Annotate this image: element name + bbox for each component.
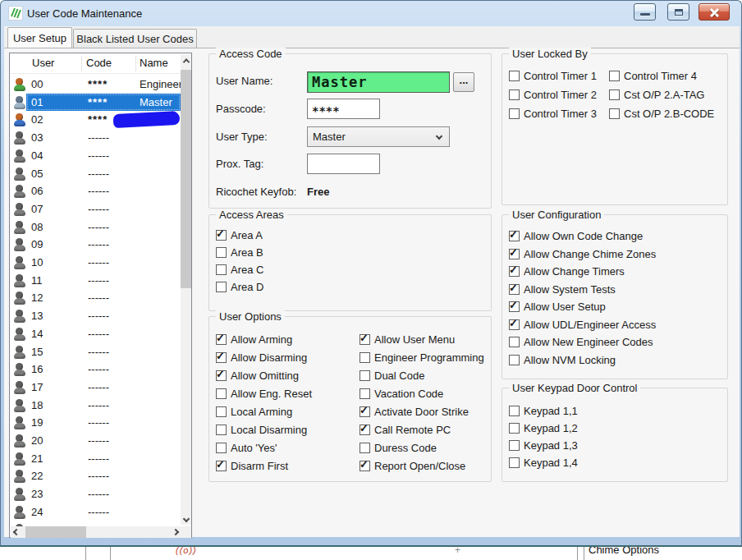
prox-tag-input[interactable] [307, 154, 380, 174]
user-row-02[interactable]: 02**** [10, 111, 181, 129]
checkbox-option[interactable]: Cst O/P 2.A-TAG [609, 85, 714, 104]
user-row-18[interactable]: 18------ [10, 397, 181, 415]
user-row-23[interactable]: 23------ [10, 485, 181, 503]
checkbox[interactable] [509, 266, 520, 277]
checkbox[interactable] [216, 443, 227, 453]
checkbox-option[interactable]: Allow Disarming [216, 348, 312, 366]
checkbox-option[interactable]: Auto 'Yes' [216, 438, 312, 457]
user-row-16[interactable]: 16------ [10, 360, 181, 379]
checkbox-option[interactable]: Area D [216, 278, 263, 296]
user-row-07[interactable]: 07------ [10, 200, 181, 218]
user-row-21[interactable]: 21------ [10, 450, 181, 468]
user-row-00[interactable]: 00****Engineer [10, 76, 181, 94]
checkbox[interactable] [509, 337, 520, 347]
column-header-user[interactable]: User [32, 57, 54, 69]
checkbox[interactable] [216, 247, 227, 258]
checkbox-option[interactable]: Allow Arming [216, 330, 312, 348]
checkbox-option[interactable]: Control Timer 4 [609, 67, 714, 85]
checkbox[interactable] [216, 264, 227, 275]
checkbox[interactable] [509, 319, 520, 330]
checkbox[interactable] [609, 90, 620, 100]
checkbox-option[interactable]: Vacation Code [360, 384, 484, 402]
passcode-input[interactable]: **** [307, 99, 380, 119]
column-header-code[interactable]: Code [86, 57, 112, 69]
checkbox-option[interactable]: Area C [216, 261, 263, 278]
vertical-scrollbar[interactable] [181, 54, 191, 525]
user-list[interactable]: User Code Name 00****Engineer01****Maste… [9, 53, 192, 538]
column-header-name[interactable]: Name [140, 57, 168, 69]
checkbox-option[interactable]: Allow Eng. Reset [216, 384, 312, 402]
horizontal-scrollbar-thumb[interactable] [25, 526, 86, 538]
horizontal-scrollbar[interactable] [11, 526, 181, 538]
user-row-13[interactable]: 13------ [10, 307, 181, 325]
checkbox[interactable] [360, 443, 370, 453]
checkbox[interactable] [509, 301, 520, 312]
checkbox[interactable] [509, 440, 520, 451]
checkbox[interactable] [360, 388, 370, 399]
checkbox[interactable] [360, 461, 370, 471]
user-name-input[interactable]: Master [307, 71, 450, 93]
checkbox-option[interactable]: Area A [216, 227, 263, 244]
tab-black-listed-user-codes[interactable]: Black Listed User Codes [73, 29, 197, 48]
user-row-20[interactable]: 20------ [10, 432, 181, 450]
checkbox[interactable] [216, 282, 227, 292]
checkbox[interactable] [509, 457, 520, 468]
user-row-04[interactable]: 04------ [10, 147, 181, 165]
user-row-09[interactable]: 09------ [10, 236, 181, 254]
user-row-12[interactable]: 12------ [10, 289, 181, 307]
checkbox-option[interactable]: Keypad 1,4 [509, 454, 578, 471]
checkbox[interactable] [509, 423, 520, 434]
minimize-button[interactable] [634, 3, 656, 21]
close-button[interactable] [698, 3, 730, 21]
user-row-15[interactable]: 15------ [10, 343, 181, 361]
checkbox-option[interactable]: Call Remote PC [360, 420, 484, 438]
scroll-down-button[interactable] [181, 512, 191, 525]
checkbox-option[interactable]: Allow NVM Locking [509, 351, 656, 370]
checkbox-option[interactable]: Activate Door Strike [360, 402, 484, 420]
checkbox[interactable] [360, 352, 370, 363]
checkbox-option[interactable]: Allow Own Code Change [509, 227, 656, 246]
checkbox[interactable] [509, 108, 520, 119]
checkbox-option[interactable]: Control Timer 1 [509, 67, 597, 85]
scroll-right-button[interactable] [170, 526, 181, 538]
checkbox-option[interactable]: Allow UDL/Engineer Access [509, 316, 656, 334]
vertical-scrollbar-thumb[interactable] [181, 70, 191, 288]
checkbox[interactable] [216, 388, 227, 399]
scroll-left-button[interactable] [11, 526, 21, 538]
checkbox[interactable] [609, 71, 620, 81]
checkbox-option[interactable]: Allow Change Chime Zones [509, 246, 656, 264]
checkbox-option[interactable]: Allow Omitting [216, 366, 312, 384]
tab-user-setup[interactable]: User Setup [7, 27, 72, 48]
checkbox[interactable] [609, 108, 620, 119]
checkbox[interactable] [509, 355, 520, 365]
checkbox-option[interactable]: Dual Code [360, 366, 484, 384]
checkbox[interactable] [509, 71, 520, 81]
user-row-03[interactable]: 03------ [10, 129, 181, 147]
user-row-17[interactable]: 17------ [10, 379, 181, 397]
checkbox-option[interactable]: Allow Change Timers [509, 263, 656, 281]
checkbox-option[interactable]: Control Timer 2 [509, 85, 597, 104]
checkbox[interactable] [216, 425, 227, 435]
user-type-dropdown[interactable]: Master [307, 126, 450, 147]
checkbox-option[interactable]: Local Arming [216, 402, 312, 420]
checkbox-option[interactable]: Report Open/Close [360, 457, 484, 475]
titlebar[interactable]: User Code Maintenance [1, 1, 741, 25]
checkbox[interactable] [360, 334, 370, 345]
scroll-up-button[interactable] [181, 54, 191, 67]
checkbox[interactable] [216, 406, 227, 417]
checkbox[interactable] [216, 230, 227, 241]
user-row-01[interactable]: 01****Master [10, 94, 181, 112]
checkbox[interactable] [216, 461, 227, 471]
user-row-06[interactable]: 06------ [10, 182, 181, 200]
user-row-11[interactable]: 11------ [10, 272, 181, 290]
checkbox[interactable] [360, 370, 370, 381]
user-row-19[interactable]: 19------ [10, 414, 181, 432]
browse-button[interactable]: ... [453, 72, 474, 92]
checkbox[interactable] [360, 425, 370, 435]
checkbox-option[interactable]: Area B [216, 244, 263, 261]
checkbox-option[interactable]: Engineer Programming [360, 348, 484, 366]
checkbox-option[interactable]: Allow User Setup [509, 298, 656, 316]
checkbox-option[interactable]: Keypad 1,3 [509, 437, 578, 454]
checkbox[interactable] [360, 406, 370, 417]
user-row-05[interactable]: 05------ [10, 165, 181, 183]
